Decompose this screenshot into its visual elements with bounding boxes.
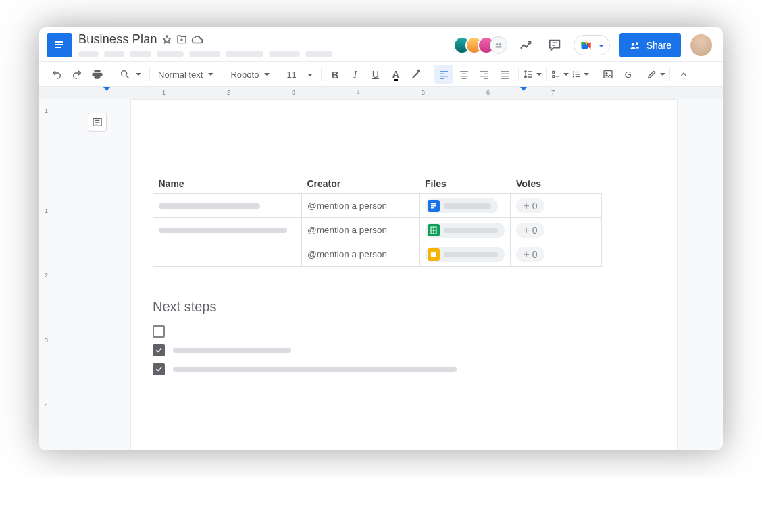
file-chip <box>425 198 498 213</box>
activity-icon[interactable] <box>517 36 536 55</box>
align-left-button[interactable] <box>434 65 453 84</box>
section-heading[interactable]: Next steps <box>153 299 636 315</box>
svg-rect-23 <box>501 74 509 74</box>
formatting-toolbar: Normal text Roboto 11 B I U A G <box>39 61 723 87</box>
zoom-select[interactable] <box>116 65 145 84</box>
mention-cell[interactable]: @mention a person <box>301 194 419 218</box>
menu-item[interactable] <box>305 51 332 57</box>
svg-point-9 <box>122 71 127 76</box>
editing-mode-button[interactable] <box>646 65 665 84</box>
mention-cell[interactable]: @mention a person <box>301 218 419 242</box>
svg-point-4 <box>499 43 501 46</box>
menu-item[interactable] <box>189 51 220 57</box>
svg-rect-16 <box>460 76 468 76</box>
svg-rect-19 <box>484 74 488 74</box>
svg-rect-13 <box>440 78 444 78</box>
account-avatar[interactable] <box>690 34 712 56</box>
svg-rect-21 <box>484 78 488 78</box>
table-row: @mention a person +0 <box>153 194 602 218</box>
svg-rect-25 <box>501 78 509 78</box>
bullet-list-button[interactable] <box>571 65 590 84</box>
menu-item[interactable] <box>130 51 151 57</box>
move-icon[interactable] <box>176 34 187 45</box>
highlight-button[interactable] <box>407 65 426 84</box>
svg-rect-24 <box>501 76 509 76</box>
align-right-button[interactable] <box>475 65 494 84</box>
share-button[interactable]: Share <box>619 33 681 57</box>
svg-rect-12 <box>440 76 448 76</box>
menu-item[interactable] <box>104 51 124 57</box>
vote-chip: +0 <box>516 198 544 213</box>
menu-item[interactable] <box>78 51 99 57</box>
svg-rect-26 <box>553 71 555 73</box>
text-color-button[interactable]: A <box>386 65 405 84</box>
redo-button[interactable] <box>68 65 86 84</box>
meet-icon <box>580 38 593 52</box>
checkbox-checked[interactable] <box>153 363 165 375</box>
sheets-file-icon <box>428 224 440 236</box>
placeholder-text <box>173 348 291 353</box>
mention-cell[interactable]: @mention a person <box>301 242 419 267</box>
print-button[interactable] <box>88 65 107 84</box>
outline-toggle-button[interactable] <box>88 113 107 132</box>
italic-button[interactable]: I <box>346 65 365 84</box>
checklist-button[interactable] <box>551 65 569 84</box>
file-chip <box>425 247 505 262</box>
checklist-item[interactable] <box>153 325 636 338</box>
style-select[interactable]: Normal text <box>154 65 218 84</box>
vertical-ruler[interactable]: 1 1 2 3 4 <box>39 99 58 450</box>
share-icon <box>629 39 641 51</box>
collaborator-avatars[interactable] <box>453 36 507 54</box>
horizontal-ruler[interactable]: 1 2 3 4 5 6 7 <box>39 87 723 99</box>
docs-logo-icon[interactable] <box>47 33 72 57</box>
checklist <box>153 325 636 375</box>
plus-icon: + <box>523 248 529 261</box>
svg-rect-0 <box>55 41 63 43</box>
svg-rect-33 <box>576 76 580 77</box>
table-header-name: Name <box>153 174 302 194</box>
align-center-button[interactable] <box>455 65 474 84</box>
meet-button[interactable] <box>574 35 610 55</box>
document-page[interactable]: Name Creator Files Votes @mention a pers… <box>130 99 678 450</box>
svg-rect-10 <box>440 71 448 72</box>
document-title[interactable]: Business Plan <box>78 32 157 47</box>
svg-rect-37 <box>431 203 436 205</box>
svg-point-7 <box>631 43 634 46</box>
clear-formatting-button[interactable]: G <box>619 65 638 84</box>
svg-point-29 <box>573 74 574 75</box>
underline-button[interactable]: U <box>366 65 385 84</box>
docs-file-icon <box>428 200 440 212</box>
plus-icon: + <box>523 224 529 236</box>
content-table[interactable]: Name Creator Files Votes @mention a pers… <box>153 174 602 267</box>
table-row: @mention a person +0 <box>153 242 602 267</box>
menu-item[interactable] <box>157 51 184 57</box>
comment-history-icon[interactable] <box>545 36 564 55</box>
checklist-item[interactable] <box>153 363 636 375</box>
font-size-select[interactable]: 11 <box>282 65 316 84</box>
menu-item[interactable] <box>226 51 263 57</box>
menu-item[interactable] <box>269 51 300 57</box>
share-label: Share <box>646 40 671 51</box>
star-icon[interactable] <box>161 34 172 45</box>
svg-rect-22 <box>501 71 509 72</box>
cloud-status-icon[interactable] <box>191 34 203 46</box>
vote-chip: +0 <box>516 223 544 238</box>
font-select[interactable]: Roboto <box>226 65 274 84</box>
checkbox-unchecked[interactable] <box>153 325 165 338</box>
svg-point-30 <box>573 76 574 77</box>
bold-button[interactable]: B <box>326 65 345 84</box>
line-spacing-button[interactable] <box>523 65 542 84</box>
svg-rect-1 <box>55 44 63 45</box>
checklist-item[interactable] <box>153 344 636 356</box>
collapse-toolbar-button[interactable] <box>674 65 693 84</box>
insert-image-button[interactable] <box>599 65 617 84</box>
file-chip <box>425 223 505 238</box>
align-justify-button[interactable] <box>495 65 514 84</box>
svg-point-3 <box>496 43 499 46</box>
workspace: 1 1 2 3 4 Name Creator Files Votes <box>39 99 723 450</box>
svg-rect-31 <box>576 72 580 72</box>
svg-rect-17 <box>462 78 467 78</box>
checkbox-checked[interactable] <box>153 344 165 356</box>
undo-button[interactable] <box>47 65 66 84</box>
avatar-anonymous[interactable] <box>490 36 507 54</box>
